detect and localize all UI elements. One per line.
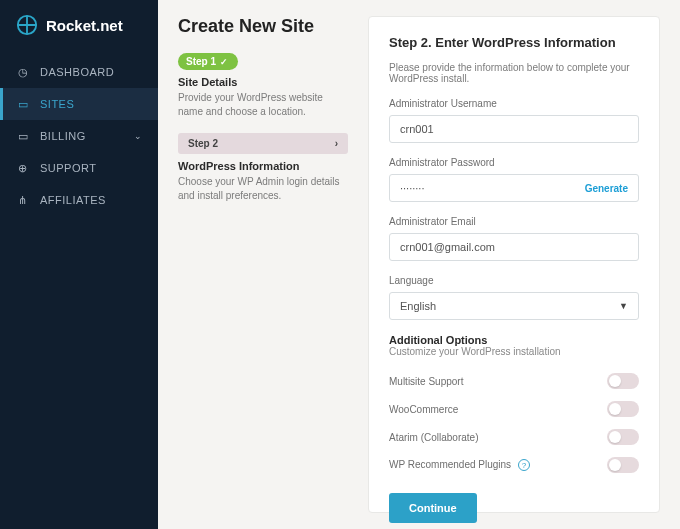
brand: Rocket.net (0, 14, 158, 56)
atarim-toggle[interactable] (607, 429, 639, 445)
username-input[interactable]: crn001 (389, 115, 639, 143)
option-label: WooCommerce (389, 404, 458, 415)
nav-label: BILLING (40, 130, 86, 142)
option-label: WP Recommended Plugins ? (389, 459, 530, 472)
language-label: Language (389, 275, 639, 286)
steps-column: Create New Site Step 1 ✓ Site Details Pr… (178, 16, 348, 513)
additional-options-sub: Customize your WordPress installation (389, 346, 639, 357)
option-woocommerce: WooCommerce (389, 395, 639, 423)
nav-label: DASHBOARD (40, 66, 114, 78)
nav-item-affiliates[interactable]: ⋔ AFFILIATES (0, 184, 158, 216)
step1-pill-label: Step 1 (186, 56, 216, 67)
panel-title: Step 2. Enter WordPress Information (389, 35, 639, 50)
password-label: Administrator Password (389, 157, 639, 168)
step2-tab[interactable]: Step 2 › (178, 133, 348, 154)
additional-options-title: Additional Options (389, 334, 639, 346)
sidebar: Rocket.net ◷ DASHBOARD ▭ SITES ▭ BILLING… (0, 0, 158, 529)
page-title: Create New Site (178, 16, 348, 37)
password-input[interactable]: ········ Generate (389, 174, 639, 202)
continue-button[interactable]: Continue (389, 493, 477, 523)
nav-item-sites[interactable]: ▭ SITES (0, 88, 158, 120)
info-icon[interactable]: ? (518, 459, 530, 471)
gauge-icon: ◷ (16, 65, 30, 79)
sites-icon: ▭ (16, 97, 30, 111)
username-value: crn001 (400, 123, 434, 135)
generate-button[interactable]: Generate (585, 183, 628, 194)
nav-label: SUPPORT (40, 162, 96, 174)
option-multisite: Multisite Support (389, 367, 639, 395)
logo-icon (16, 14, 38, 36)
chevron-down-icon: ⌄ (134, 131, 143, 141)
support-icon: ⊕ (16, 161, 30, 175)
check-icon: ✓ (220, 57, 228, 67)
step2-tab-label: Step 2 (188, 138, 218, 149)
step1-pill: Step 1 ✓ (178, 53, 238, 70)
chevron-right-icon: › (335, 138, 338, 149)
option-plugins: WP Recommended Plugins ? (389, 451, 639, 479)
nav-item-support[interactable]: ⊕ SUPPORT (0, 152, 158, 184)
option-label: Multisite Support (389, 376, 463, 387)
nav-item-dashboard[interactable]: ◷ DASHBOARD (0, 56, 158, 88)
affiliates-icon: ⋔ (16, 193, 30, 207)
email-label: Administrator Email (389, 216, 639, 227)
option-atarim: Atarim (Collaborate) (389, 423, 639, 451)
username-label: Administrator Username (389, 98, 639, 109)
caret-down-icon: ▼ (619, 301, 628, 311)
woocommerce-toggle[interactable] (607, 401, 639, 417)
nav-item-billing[interactable]: ▭ BILLING ⌄ (0, 120, 158, 152)
nav: ◷ DASHBOARD ▭ SITES ▭ BILLING ⌄ ⊕ SUPPOR… (0, 56, 158, 216)
option-label: Atarim (Collaborate) (389, 432, 478, 443)
language-select[interactable]: English ▼ (389, 292, 639, 320)
step1-heading: Site Details (178, 76, 348, 88)
nav-label: AFFILIATES (40, 194, 106, 206)
step2-desc: Choose your WP Admin login details and i… (178, 175, 348, 203)
email-input[interactable]: crn001@gmail.com (389, 233, 639, 261)
step2-heading: WordPress Information (178, 160, 348, 172)
step1-desc: Provide your WordPress website name and … (178, 91, 348, 119)
email-value: crn001@gmail.com (400, 241, 495, 253)
form-panel: Step 2. Enter WordPress Information Plea… (368, 16, 660, 513)
multisite-toggle[interactable] (607, 373, 639, 389)
brand-name: Rocket.net (46, 17, 123, 34)
password-value: ········ (400, 182, 424, 194)
plugins-toggle[interactable] (607, 457, 639, 473)
card-icon: ▭ (16, 129, 30, 143)
main: Create New Site Step 1 ✓ Site Details Pr… (158, 0, 680, 529)
language-value: English (400, 300, 436, 312)
panel-hint: Please provide the information below to … (389, 62, 639, 84)
nav-label: SITES (40, 98, 74, 110)
